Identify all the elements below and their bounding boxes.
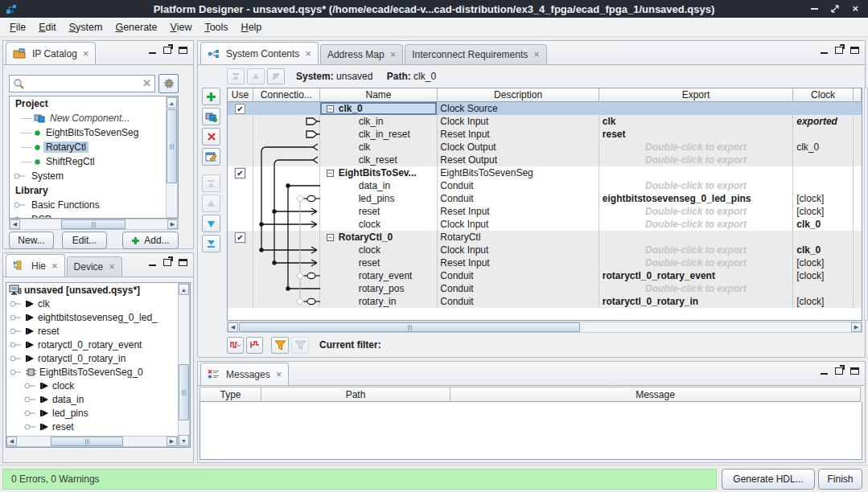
- column-header-stub[interactable]: [854, 88, 862, 102]
- clock-cell[interactable]: [793, 102, 854, 115]
- tab-messages[interactable]: Messages ✕: [200, 363, 289, 385]
- collapse-icon[interactable]: −: [327, 234, 334, 241]
- hierarchy-item-reset[interactable]: reset: [6, 324, 190, 338]
- move-up-button[interactable]: [247, 68, 265, 84]
- tab-close-icon[interactable]: ✕: [276, 371, 282, 379]
- name-cell[interactable]: −clk_0: [320, 102, 438, 115]
- collapse-icon[interactable]: −: [327, 170, 334, 177]
- hierarchy-item-reset[interactable]: reset: [6, 420, 190, 433]
- clock-cell[interactable]: [793, 179, 854, 192]
- scroll-left-icon[interactable]: ◀: [228, 322, 238, 332]
- export-cell[interactable]: [599, 102, 793, 115]
- column-header-clock[interactable]: Clock: [793, 88, 854, 102]
- export-cell[interactable]: Double-click to export: [599, 218, 793, 231]
- clock-cell[interactable]: clk_0: [793, 218, 854, 231]
- tab-address-map[interactable]: Address Map✕: [320, 44, 403, 64]
- filter-button[interactable]: [271, 337, 289, 354]
- connections-cell[interactable]: [253, 166, 320, 179]
- table-row-clk[interactable]: clkClock OutputDouble-click to exportclk…: [228, 141, 862, 154]
- messages-column-message[interactable]: Message: [450, 387, 861, 402]
- scroll-right-icon[interactable]: ▶: [851, 322, 862, 332]
- table-row-rotary-in[interactable]: rotary_inConduitrotaryctl_0_rotary_in[cl…: [228, 295, 862, 308]
- export-cell[interactable]: rotaryctl_0_rotary_in: [599, 295, 793, 308]
- clock-cell[interactable]: clk_0: [793, 244, 854, 256]
- panel-detach-icon[interactable]: [163, 259, 171, 266]
- name-cell[interactable]: clk_in_reset: [320, 128, 438, 141]
- hierarchy-item-clock[interactable]: clock: [6, 379, 190, 392]
- connections-cell[interactable]: [253, 269, 320, 282]
- table-hscrollbar[interactable]: ◀ ▶: [227, 322, 862, 333]
- column-header-name[interactable]: Name: [320, 88, 438, 102]
- restore-icon[interactable]: [831, 3, 839, 14]
- name-cell[interactable]: clk: [320, 141, 438, 154]
- panel-detach-icon[interactable]: [835, 47, 843, 54]
- ip-settings-button[interactable]: [158, 74, 179, 93]
- panel-minimize-icon[interactable]: [149, 264, 156, 266]
- column-header-description[interactable]: Description: [438, 88, 599, 102]
- clock-cell[interactable]: [793, 154, 854, 166]
- name-cell[interactable]: clock: [320, 244, 438, 256]
- connections-cell[interactable]: [253, 128, 320, 141]
- use-cell[interactable]: [228, 282, 253, 295]
- connections-cell[interactable]: [253, 154, 320, 166]
- panel-minimize-icon[interactable]: [821, 373, 828, 375]
- reset-crossing-button[interactable]: [246, 337, 263, 354]
- edit-parameters-button[interactable]: [202, 148, 220, 166]
- hierarchy-item-clk[interactable]: clk: [6, 297, 190, 310]
- menu-edit[interactable]: Edit: [32, 19, 63, 35]
- scroll-right-icon[interactable]: ▶: [167, 437, 177, 446]
- name-cell[interactable]: reset: [320, 205, 438, 218]
- hierarchy-item-eightbitstosevenseg-0[interactable]: EightBitsToSevenSeg_0: [6, 365, 190, 379]
- menu-tools[interactable]: Tools: [198, 19, 234, 35]
- use-cell[interactable]: ✔: [228, 231, 253, 244]
- ip-tree-item-project[interactable]: Project: [10, 96, 178, 111]
- table-row-rotaryctl-0[interactable]: ✔−RotaryCtl_0RotaryCtl: [228, 231, 862, 244]
- ip-tree-item-basic-functions[interactable]: Basic Functions: [10, 198, 178, 212]
- clock-crossing-button[interactable]: [227, 337, 244, 354]
- export-cell[interactable]: [599, 166, 793, 179]
- name-cell[interactable]: −RotaryCtl_0: [320, 231, 438, 244]
- messages-body[interactable]: [200, 402, 862, 460]
- export-cell[interactable]: Double-click to export: [599, 154, 793, 166]
- menu-file[interactable]: File: [3, 19, 32, 35]
- ip-tree-item-library[interactable]: Library: [10, 183, 178, 198]
- export-cell[interactable]: Double-click to export: [599, 244, 793, 256]
- ip-tree-vscrollbar[interactable]: ▲: [166, 96, 178, 218]
- edit-component-button[interactable]: Edit...: [62, 232, 107, 249]
- connections-cell[interactable]: [253, 102, 320, 115]
- add-ip-button[interactable]: [202, 88, 220, 105]
- scroll-up-icon[interactable]: ▲: [167, 97, 177, 109]
- clock-cell[interactable]: [793, 282, 854, 295]
- clock-cell[interactable]: [clock]: [793, 205, 854, 218]
- use-cell[interactable]: [228, 256, 253, 269]
- table-row-led-pins[interactable]: led_pinsConduiteightbitstosevenseg_0_led…: [228, 192, 862, 205]
- panel-minimize-icon[interactable]: [149, 52, 156, 54]
- use-cell[interactable]: [228, 179, 253, 192]
- export-cell[interactable]: Double-click to export: [599, 179, 793, 192]
- minimize-icon[interactable]: [811, 3, 818, 14]
- scroll-up-icon[interactable]: ▲: [179, 284, 189, 295]
- name-cell[interactable]: clock: [320, 218, 438, 231]
- column-header-connectio[interactable]: Connectio...: [253, 88, 320, 102]
- export-cell[interactable]: reset: [599, 128, 793, 141]
- use-cell[interactable]: [228, 205, 253, 218]
- ip-tree-item-rotaryctl[interactable]: RotaryCtl: [10, 140, 178, 154]
- table-row-clk-in-reset[interactable]: clk_in_resetReset Inputreset: [228, 128, 862, 141]
- table-row-rotary-event[interactable]: rotary_eventConduitrotaryctl_0_rotary_ev…: [228, 269, 862, 282]
- panel-maximize-icon[interactable]: [850, 367, 859, 375]
- use-checkbox[interactable]: ✔: [235, 168, 245, 178]
- name-cell[interactable]: data_in: [320, 179, 438, 192]
- clock-cell[interactable]: [793, 166, 854, 179]
- table-row-clock[interactable]: clockClock InputDouble-click to exportcl…: [228, 218, 862, 231]
- scroll-thumb[interactable]: [51, 437, 123, 446]
- connections-cell[interactable]: [253, 205, 320, 218]
- hierarchy-root[interactable]: unsaved [unsaved.qsys*]: [6, 283, 190, 297]
- table-row-clk-reset[interactable]: clk_resetReset OutputDouble-click to exp…: [228, 154, 862, 166]
- panel-maximize-icon[interactable]: [179, 259, 187, 266]
- use-cell[interactable]: ✔: [228, 102, 253, 115]
- connections-cell[interactable]: [253, 192, 320, 205]
- hierarchy-item-data-in[interactable]: data_in: [6, 392, 190, 406]
- add-component-button[interactable]: Add...: [122, 232, 179, 249]
- generate-hdl-button[interactable]: Generate HDL...: [722, 469, 815, 490]
- export-cell[interactable]: Double-click to export: [599, 205, 793, 218]
